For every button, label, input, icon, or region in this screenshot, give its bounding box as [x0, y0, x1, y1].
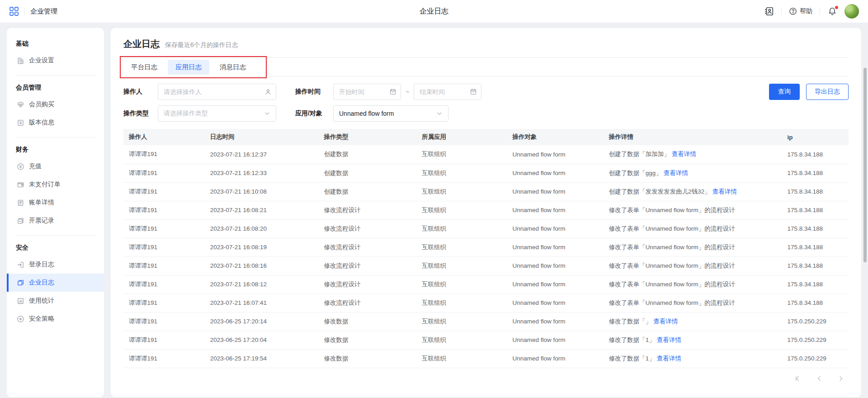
- sidebar-item-label: 使用统计: [29, 297, 54, 305]
- sidebar-divider: [15, 137, 96, 137]
- sidebar-item-security-policy[interactable]: 安全策略: [7, 310, 104, 328]
- apps-grid-icon[interactable]: [9, 6, 19, 16]
- cell-operator: 谭谭谭191: [123, 201, 205, 219]
- cell-type: 修改流程设计: [318, 256, 416, 275]
- invoice-record-icon: [17, 217, 24, 225]
- help-button[interactable]: 帮助: [789, 7, 812, 15]
- sidebar-item-bill-detail[interactable]: 账单详情: [7, 194, 104, 212]
- cell-type: 修改数据: [318, 349, 416, 368]
- view-detail-link[interactable]: 查看详情: [657, 355, 681, 362]
- cell-ip: 175.8.34.188: [782, 145, 849, 164]
- cell-type: 修改流程设计: [318, 219, 416, 238]
- table-row: 谭谭谭1912023-07-21 16:07:41修改流程设计互联组织Unnam…: [123, 294, 849, 312]
- cell-target: Unnamed flow form: [507, 349, 603, 368]
- sidebar-item-invoice-record[interactable]: 开票记录: [7, 212, 104, 230]
- sidebar-section-heading: 财务: [7, 143, 104, 157]
- tab-active[interactable]: 应用日志: [168, 60, 209, 75]
- cell-app: 互联组织: [416, 294, 507, 312]
- scrollbar[interactable]: [863, 68, 867, 262]
- enterprise-log-icon: [17, 279, 24, 287]
- cell-type: 修改流程设计: [318, 275, 416, 294]
- avatar[interactable]: [844, 4, 859, 19]
- view-detail-link[interactable]: 查看详情: [672, 151, 696, 157]
- log-tabs: 平台日志应用日志消息日志: [123, 57, 849, 76]
- view-detail-link[interactable]: 查看详情: [657, 336, 681, 343]
- sidebar-item-label: 企业日志: [29, 279, 54, 287]
- operator-input[interactable]: [158, 84, 276, 100]
- column-header: 操作详情: [604, 129, 782, 145]
- cell-detail: 修改了表单「Unnamed flow form」的流程设计: [604, 238, 782, 256]
- sidebar-item-label: 会员购买: [29, 100, 54, 109]
- sidebar-section-heading: 安全: [7, 241, 104, 256]
- chevron-down-icon: [436, 110, 443, 117]
- sidebar-item-recharge[interactable]: 充值: [7, 157, 104, 175]
- cell-operator: 谭谭谭191: [123, 164, 205, 182]
- sidebar-item-version-info[interactable]: 版本信息: [7, 114, 104, 132]
- tab-inactive[interactable]: 平台日志: [123, 60, 165, 75]
- page-title: 企业日志: [0, 7, 868, 16]
- view-detail-link[interactable]: 查看详情: [664, 170, 688, 176]
- cell-ip: 175.8.34.188: [782, 275, 849, 294]
- cell-time: 2023-07-21 16:08:19: [205, 238, 319, 256]
- org-directory-icon[interactable]: [764, 6, 774, 16]
- column-header: 日志时间: [205, 129, 319, 145]
- sidebar-item-gem[interactable]: 会员购买: [7, 95, 104, 114]
- header-divider: [820, 8, 820, 15]
- cell-operator: 谭谭谭191: [123, 275, 205, 294]
- svg-text:7: 7: [392, 91, 393, 94]
- app-object-select[interactable]: Unnamed flow form: [333, 105, 448, 122]
- prev-page-button[interactable]: [815, 374, 823, 383]
- filter-bar: 操作人 操作时间 7 ~ 7 操作类型 请选择操作: [123, 84, 849, 122]
- query-button[interactable]: 查询: [769, 84, 800, 100]
- chevron-down-icon: [264, 110, 270, 117]
- cell-ip: 175.0.250.229: [782, 349, 849, 368]
- cell-type: 修改数据: [318, 331, 416, 349]
- cell-time: 2023-07-21 16:08:16: [205, 256, 319, 275]
- detail-text: 修改了表单「Unnamed flow form」的流程设计: [609, 225, 735, 232]
- notification-bell-icon[interactable]: [827, 6, 837, 16]
- wallet-icon: [17, 181, 24, 189]
- person-icon: [264, 88, 272, 95]
- cell-app: 互联组织: [416, 238, 507, 256]
- cell-app: 互联组织: [416, 256, 507, 275]
- cell-app: 互联组织: [416, 312, 507, 331]
- cell-ip: 175.8.34.188: [782, 182, 849, 201]
- sidebar-item-label: 账单详情: [29, 199, 54, 207]
- table-row: 谭谭谭1912023-07-21 16:10:08创建数据互联组织Unnamed…: [123, 182, 849, 201]
- operation-type-select[interactable]: 请选择操作类型: [158, 105, 276, 122]
- cell-detail: 创建了数据「ggg」查看详情: [604, 164, 782, 182]
- bill-detail-icon: [17, 199, 24, 207]
- detail-text: 修改了表单「Unnamed flow form」的流程设计: [609, 281, 735, 288]
- cell-time: 2023-07-21 16:08:12: [205, 275, 319, 294]
- cell-operator: 谭谭谭191: [123, 349, 205, 368]
- first-page-button[interactable]: [793, 374, 802, 383]
- cell-detail: 创建了数据「发发发发发曲儿2钱32」查看详情: [604, 182, 782, 201]
- view-detail-link[interactable]: 查看详情: [712, 188, 737, 195]
- table-row: 谭谭谭1912023-07-21 16:08:16修改流程设计互联组织Unnam…: [123, 256, 849, 275]
- export-logs-button[interactable]: 导出日志: [806, 84, 849, 100]
- next-page-button[interactable]: [837, 374, 845, 383]
- sidebar-item-enterprise-log[interactable]: 企业日志: [7, 274, 104, 292]
- sidebar: 基础企业设置会员管理会员购买版本信息财务充值未支付订单账单详情开票记录安全登录日…: [7, 28, 104, 397]
- cell-app: 互联组织: [416, 219, 507, 238]
- prev-page-icon: [816, 375, 823, 382]
- detail-text: 创建了数据「ggg」: [609, 170, 662, 176]
- sidebar-item-login-log[interactable]: 登录日志: [7, 256, 104, 274]
- next-page-icon: [837, 375, 844, 382]
- view-detail-link[interactable]: 查看详情: [653, 318, 678, 325]
- sidebar-item-building[interactable]: 企业设置: [7, 52, 104, 70]
- app-object-label: 应用/对象: [295, 109, 333, 118]
- sidebar-item-usage-stats[interactable]: 使用统计: [7, 292, 104, 310]
- detail-text: 修改了表单「Unnamed flow form」的流程设计: [609, 262, 735, 269]
- top-header: 企业管理 企业日志 帮助: [0, 0, 868, 23]
- header-divider: [781, 8, 782, 15]
- cell-ip: 175.0.250.229: [782, 331, 849, 349]
- recharge-icon: [17, 163, 24, 171]
- column-header: ip: [782, 129, 849, 145]
- cell-app: 互联组织: [416, 201, 507, 219]
- table-row: 谭谭谭1912023-07-21 16:12:33创建数据互联组织Unnamed…: [123, 164, 849, 182]
- pagination: [123, 374, 849, 383]
- tab-inactive[interactable]: 消息日志: [212, 60, 254, 75]
- first-page-icon: [794, 375, 801, 382]
- sidebar-item-wallet[interactable]: 未支付订单: [7, 175, 104, 194]
